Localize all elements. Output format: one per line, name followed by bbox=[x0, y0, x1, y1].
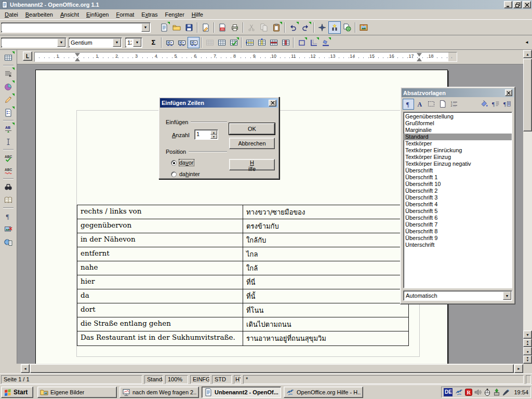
style-list-item[interactable]: Textkörper Einrückung bbox=[404, 147, 512, 154]
table-row[interactable]: Das Restaurant ist in der Sukhumvitstraß… bbox=[77, 331, 408, 345]
cell-thai[interactable]: รานอาหานอยู่ที่ถนนสุขุมวิม bbox=[243, 331, 408, 345]
ansicht-menu-item[interactable]: Ansicht bbox=[57, 10, 83, 19]
url-combobox[interactable]: ▼ bbox=[1, 22, 151, 33]
language-indicator[interactable]: DE bbox=[444, 388, 453, 396]
radio-after-circle[interactable] bbox=[171, 171, 177, 177]
cell-german[interactable]: gegenübervon bbox=[77, 219, 243, 233]
table-row[interactable]: in der Nähevon ใกล้กับ bbox=[77, 233, 408, 247]
insert-fields-button[interactable] bbox=[2, 67, 15, 80]
indent-marker-left[interactable] bbox=[75, 53, 80, 61]
bearbeiten-menu-item[interactable]: Bearbeiten bbox=[22, 10, 57, 19]
spin-up-button[interactable]: ▲ bbox=[210, 130, 217, 135]
delete-column-button[interactable] bbox=[280, 37, 291, 48]
style-list-item[interactable]: Gegenüberstellung bbox=[404, 113, 512, 120]
column-width-add-button[interactable] bbox=[176, 37, 188, 48]
copy-button[interactable] bbox=[258, 21, 270, 34]
cell-german[interactable]: entfernt bbox=[77, 247, 243, 261]
page-styles-button[interactable] bbox=[437, 99, 448, 110]
task-writer-unbenannt2-button[interactable]: Unbenannt2 - OpenOf... bbox=[202, 387, 281, 398]
format-menu-item[interactable]: Format bbox=[112, 10, 138, 19]
draw-functions-button[interactable] bbox=[2, 93, 15, 106]
insert-table-button[interactable] bbox=[2, 51, 15, 64]
scroll-up-button[interactable]: ▲ bbox=[523, 50, 532, 58]
find-replace-button[interactable] bbox=[2, 180, 15, 193]
mouse-settings-icon[interactable] bbox=[483, 388, 491, 396]
table-row[interactable]: die Straße entlang gehen เดินไปตามถนน bbox=[77, 317, 408, 331]
auto-spellcheck-button[interactable] bbox=[2, 164, 15, 177]
status-field[interactable]: 100% bbox=[165, 375, 188, 384]
delete-row-button[interactable] bbox=[268, 37, 280, 48]
cell-thai[interactable]: ตรงข้ามกับ bbox=[243, 219, 408, 233]
antivirus-icon[interactable] bbox=[464, 388, 473, 396]
style-list-item[interactable]: Überschrift 9 bbox=[404, 235, 512, 242]
redo-button[interactable] bbox=[299, 21, 312, 34]
hyperlink-button[interactable] bbox=[341, 21, 353, 34]
status-field[interactable]: Seite 1 / 1 bbox=[1, 375, 142, 384]
restore-button[interactable] bbox=[513, 1, 522, 8]
vocabulary-table[interactable]: rechts / links von ทางขวา/ซายมือของ gege… bbox=[77, 205, 409, 346]
autoformat-button[interactable] bbox=[228, 37, 240, 48]
navigator-button[interactable] bbox=[316, 21, 328, 34]
einfuegen-menu-item[interactable]: Einfügen bbox=[83, 10, 112, 19]
close-button[interactable] bbox=[523, 1, 531, 8]
quickstarter-icon[interactable] bbox=[455, 388, 463, 396]
chevron-down-icon[interactable]: ▼ bbox=[113, 38, 121, 47]
style-list-item[interactable]: Textkörper bbox=[404, 140, 512, 147]
cell-thai[interactable]: ที่นั้ bbox=[243, 289, 408, 303]
usb-eject-icon[interactable] bbox=[493, 388, 501, 396]
style-list-item[interactable]: Unterschrift bbox=[404, 242, 512, 248]
ruler-strip[interactable]: 1123456789101112131415161718 bbox=[34, 52, 457, 62]
fenster-menu-item[interactable]: Fenster bbox=[162, 10, 188, 19]
cell-thai[interactable]: ที่นี่ bbox=[243, 275, 408, 289]
indent-marker-right[interactable] bbox=[417, 53, 422, 61]
previous-page-button[interactable]: ▲▲ bbox=[523, 339, 532, 347]
scroll-track[interactable] bbox=[523, 131, 532, 330]
navigation-dot-button[interactable]: ● bbox=[523, 347, 532, 355]
style-list-item[interactable]: Überschrift 8 bbox=[404, 228, 512, 235]
font-name-combobox[interactable]: ▼ bbox=[69, 37, 122, 48]
table-fix-button[interactable] bbox=[204, 37, 216, 48]
style-list-item[interactable]: Überschrift 5 bbox=[404, 208, 512, 215]
task-ooo-hilfe-button[interactable]: OpenOffice.org Hilfe - H... bbox=[284, 387, 363, 398]
cell-thai[interactable]: ไกล bbox=[243, 247, 408, 261]
cell-thai[interactable]: ทางขวา/ซายมือของ bbox=[243, 205, 408, 219]
style-list-item[interactable]: Überschrift 10 bbox=[404, 181, 512, 188]
cell-thai[interactable]: ใกล้กับ bbox=[243, 233, 408, 247]
data-sources-button[interactable] bbox=[2, 193, 15, 206]
chevron-down-icon[interactable]: ▼ bbox=[503, 291, 511, 300]
style-list[interactable]: GegenüberstellungGrußformelMarginalieSta… bbox=[403, 112, 512, 288]
cell-german[interactable]: die Straße entlang gehen bbox=[77, 317, 243, 331]
style-list-item[interactable]: Überschrift bbox=[404, 167, 512, 174]
style-list-item[interactable]: Überschrift 3 bbox=[404, 194, 512, 201]
style-list-item[interactable]: Überschrift 6 bbox=[404, 215, 512, 221]
chevron-down-icon[interactable]: ▼ bbox=[57, 38, 65, 47]
task-impress-weg-fragen-button[interactable]: nach dem Weg fragen 2.... bbox=[119, 387, 199, 398]
tab-type-button[interactable]: L bbox=[23, 51, 32, 61]
datei-menu-item[interactable]: Datei bbox=[1, 10, 22, 19]
export-pdf-button[interactable] bbox=[216, 21, 229, 34]
horizontal-scroll-thumb[interactable] bbox=[30, 364, 514, 373]
graphics-on-off-button[interactable] bbox=[2, 222, 15, 235]
status-field[interactable] bbox=[526, 375, 531, 384]
next-page-button[interactable]: ▼▼ bbox=[523, 355, 532, 364]
scroll-right-button[interactable]: ► bbox=[514, 364, 523, 373]
table-row[interactable]: rechts / links von ทางขวา/ซายมือของ bbox=[77, 205, 408, 219]
style-filter-combobox[interactable]: Automatisch ▼ bbox=[403, 290, 512, 301]
undo-button[interactable] bbox=[287, 21, 299, 34]
stylist-button[interactable] bbox=[328, 21, 341, 34]
radio-after[interactable]: dahinter bbox=[171, 171, 200, 177]
cell-german[interactable]: Das Restaurant ist in der Sukhumvitstraß… bbox=[77, 331, 243, 345]
horizontal-scrollbar[interactable]: ◄ ► bbox=[21, 364, 523, 374]
scroll-left-button[interactable]: ◄ bbox=[21, 364, 30, 373]
nonprinting-characters-button[interactable] bbox=[2, 209, 15, 222]
style-list-item[interactable]: Überschrift 7 bbox=[404, 221, 512, 228]
stylist-close-button[interactable] bbox=[505, 89, 512, 96]
spin-down-button[interactable]: ▼ bbox=[210, 135, 217, 139]
style-list-item[interactable]: Überschrift 4 bbox=[404, 201, 512, 208]
cell-german[interactable]: nahe bbox=[77, 261, 243, 275]
cell-thai[interactable]: ใกล้ bbox=[243, 261, 408, 275]
numbering-styles-button[interactable] bbox=[448, 99, 460, 110]
border-style-button[interactable] bbox=[308, 37, 320, 48]
style-list-item[interactable]: Textkörper Einzug bbox=[404, 154, 512, 161]
pen-tablet-icon[interactable] bbox=[502, 388, 510, 396]
